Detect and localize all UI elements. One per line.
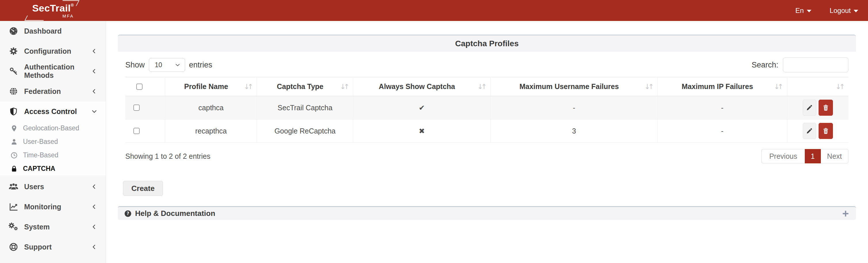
trash-icon	[822, 104, 829, 111]
sidebar-item-label: Support	[24, 243, 52, 251]
help-title: Help & Documentation	[135, 209, 215, 218]
chevron-down-icon	[91, 108, 98, 115]
key-icon	[9, 67, 19, 75]
sidebar-item-federation[interactable]: Federation	[0, 81, 106, 101]
sidebar-nav: Dashboard Configuration Authentication M…	[0, 21, 106, 263]
edit-button[interactable]	[803, 123, 816, 139]
dashboard-icon	[9, 26, 19, 36]
table-controls: Show 10 entries Search:	[125, 58, 848, 72]
cell-profile-name: recapthca	[165, 120, 257, 143]
cell-always-show-cross: ✖	[353, 120, 491, 143]
column-header-always-show-captcha[interactable]: Always Show Captcha↓↑	[353, 77, 491, 96]
sidebar-subitem-captcha[interactable]: CAPTCHA	[0, 162, 106, 175]
sidebar-item-monitoring[interactable]: Monitoring	[0, 197, 106, 217]
column-header-max-username-failures[interactable]: Maximum Username Failures↓↑	[491, 77, 658, 96]
sidebar-item-label: Authentication Methods	[24, 63, 85, 79]
sort-icon: ↓↑	[644, 83, 654, 91]
search-label: Search:	[752, 61, 778, 69]
trash-icon	[822, 128, 829, 134]
sidebar-item-label: Federation	[24, 87, 61, 96]
captcha-profiles-table: Profile Name↓↑ Captcha Type↓↑ Always Sho…	[125, 77, 848, 143]
delete-button[interactable]	[818, 123, 833, 139]
sidebar-item-system[interactable]: System	[0, 217, 106, 237]
main-content: Captcha Profiles Show 10 entries Search:	[106, 21, 868, 263]
pagination-page-1[interactable]: 1	[805, 149, 821, 163]
sidebar-item-label: Users	[24, 183, 44, 191]
cell-captcha-type: Google ReCaptcha	[257, 120, 353, 143]
cell-max-username-failures: -	[491, 96, 658, 120]
pencil-icon	[806, 128, 813, 134]
chevron-left-icon	[91, 203, 98, 210]
cell-max-ip-failures: -	[658, 96, 787, 120]
page-size-select[interactable]: 10	[149, 58, 185, 72]
chart-line-icon	[9, 202, 19, 211]
chevron-left-icon	[91, 223, 98, 230]
table-row: capthca SecTrail Captcha ✔ - -	[125, 96, 848, 120]
sidebar-subitem-label: CAPTCHA	[23, 165, 55, 172]
sidebar-item-dashboard[interactable]: Dashboard	[0, 21, 106, 41]
create-button[interactable]: Create	[123, 181, 163, 196]
sidebar-item-label: Access Control	[24, 107, 77, 116]
pagination-previous[interactable]: Previous	[762, 149, 804, 163]
top-navbar: SecTrail® MFA En Logout	[0, 0, 868, 21]
column-header-max-ip-failures[interactable]: Maximum IP Failures↓↑	[658, 77, 787, 96]
column-header-actions[interactable]: ↓↑	[787, 77, 848, 96]
life-ring-icon	[9, 242, 19, 251]
gears-icon	[9, 223, 19, 231]
sidebar-subitem-label: Time-Based	[23, 151, 58, 159]
logo-parallelogram-top	[60, 0, 80, 6]
expand-plus-icon[interactable]	[842, 209, 849, 218]
clock-icon	[10, 152, 18, 159]
user-icon	[10, 138, 18, 145]
table-header-row: Profile Name↓↑ Captcha Type↓↑ Always Sho…	[125, 77, 848, 96]
sidebar-item-label: Dashboard	[24, 27, 62, 35]
column-header-captcha-type[interactable]: Captcha Type↓↑	[257, 77, 353, 96]
caret-down-icon	[807, 10, 811, 12]
language-dropdown[interactable]: En	[795, 7, 811, 14]
gear-icon	[9, 47, 19, 56]
map-marker-icon	[10, 125, 18, 132]
select-all-checkbox[interactable]	[136, 84, 143, 90]
sort-icon: ↓↑	[477, 83, 487, 91]
search-input[interactable]	[783, 58, 848, 72]
chevron-left-icon	[91, 68, 98, 75]
help-documentation-bar[interactable]: ? Help & Documentation	[118, 206, 856, 220]
access-control-group: Access Control Geolocation-Based User-Ba…	[0, 101, 106, 175]
caret-down-icon	[854, 10, 858, 12]
sort-icon: ↓↑	[774, 83, 783, 91]
header-select-all[interactable]	[125, 77, 165, 96]
show-label: Show	[125, 61, 145, 69]
delete-button[interactable]	[818, 100, 833, 116]
captcha-profiles-card: Captcha Profiles Show 10 entries Search:	[118, 34, 856, 171]
sidebar-subitem-label: User-Based	[23, 138, 58, 145]
row-checkbox[interactable]	[133, 104, 140, 111]
cell-captcha-type: SecTrail Captcha	[257, 96, 353, 120]
chevron-left-icon	[91, 88, 98, 95]
chevron-down-icon	[175, 62, 181, 68]
table-info: Showing 1 to 2 of 2 entries	[125, 152, 210, 161]
sidebar-item-authentication-methods[interactable]: Authentication Methods	[0, 61, 106, 81]
page-title: Captcha Profiles	[118, 36, 856, 52]
sidebar-item-support[interactable]: Support	[0, 237, 106, 257]
sidebar-subitem-geolocation-based[interactable]: Geolocation-Based	[0, 122, 106, 135]
shield-icon	[9, 107, 19, 116]
pagination: Previous 1 Next	[762, 149, 848, 163]
sidebar-subitem-user-based[interactable]: User-Based	[0, 135, 106, 149]
sidebar-item-access-control[interactable]: Access Control	[0, 101, 106, 122]
svg-text:?: ?	[126, 211, 129, 216]
row-checkbox[interactable]	[133, 128, 140, 134]
cell-profile-name: capthca	[165, 96, 257, 120]
sidebar-item-users[interactable]: Users	[0, 176, 106, 197]
brand-logo: SecTrail® MFA	[0, 0, 106, 21]
sort-icon: ↓↑	[244, 83, 253, 91]
table-row: recapthca Google ReCaptcha ✖ 3 -	[125, 120, 848, 143]
edit-button[interactable]	[803, 100, 816, 116]
logout-label: Logout	[830, 7, 851, 14]
sidebar-item-configuration[interactable]: Configuration	[0, 41, 106, 61]
logout-dropdown[interactable]: Logout	[830, 7, 858, 14]
column-header-profile-name[interactable]: Profile Name↓↑	[165, 77, 257, 96]
pagination-next[interactable]: Next	[821, 149, 848, 163]
sort-icon: ↓↑	[836, 83, 845, 91]
chevron-left-icon	[91, 183, 98, 190]
sidebar-subitem-time-based[interactable]: Time-Based	[0, 149, 106, 162]
